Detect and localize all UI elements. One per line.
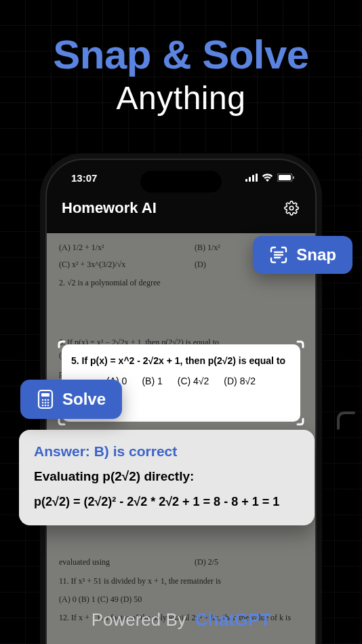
wifi-icon <box>262 172 273 184</box>
capture-option: (B) 1 <box>142 376 162 386</box>
phone-notch <box>140 171 222 193</box>
crop-corner-icon <box>58 340 73 355</box>
footer-brand: ChatGPT <box>195 609 270 630</box>
ws-text: (D) 2/5 <box>195 556 303 569</box>
crop-corner-icon <box>289 340 304 355</box>
app-header: Homework AI <box>47 195 315 226</box>
app-title: Homework AI <box>62 199 157 217</box>
svg-point-19 <box>42 405 44 407</box>
hero-subtitle: Anything <box>0 79 362 117</box>
capture-option: (D) 8√2 <box>224 376 256 386</box>
capture-question: 5. If p(x) = x^2 - 2√2x + 1, then p(2√2)… <box>71 355 291 366</box>
settings-button[interactable] <box>283 199 300 217</box>
answer-title: Answer: B) is correct <box>34 443 300 460</box>
solve-badge-label: Solve <box>62 390 106 409</box>
gear-icon <box>284 201 299 216</box>
solve-badge: Solve <box>20 380 122 419</box>
snap-badge: Snap <box>253 236 353 274</box>
crop-corner-icon <box>335 409 362 443</box>
svg-rect-6 <box>293 176 294 179</box>
ws-text: 11. If x³ + 51 is divided by x + 1, the … <box>59 575 303 588</box>
status-time: 13:07 <box>71 172 97 184</box>
svg-point-14 <box>45 399 47 401</box>
cellular-icon <box>245 172 258 184</box>
svg-rect-2 <box>252 175 254 182</box>
svg-rect-12 <box>41 393 49 397</box>
ws-text: (A) 1/2 + 1/x² <box>59 241 167 254</box>
svg-point-13 <box>42 399 44 401</box>
ws-text: 2. √2 is a polynomial of degree <box>59 277 303 289</box>
ws-text: evaluated using <box>59 556 167 569</box>
svg-point-20 <box>45 405 47 407</box>
answer-equation: p(2√2) = (2√2)² - 2√2 * 2√2 + 1 = 8 - 8 … <box>34 494 300 510</box>
svg-point-18 <box>47 402 49 404</box>
ws-text: (C) x² + 3x^(3/2)/√x <box>59 258 167 271</box>
battery-icon <box>277 172 295 184</box>
svg-point-15 <box>47 399 49 401</box>
ws-text: (A) 0 (B) 1 (C) 49 (D) 50 <box>59 593 303 606</box>
scan-icon <box>269 245 288 264</box>
svg-point-17 <box>45 402 47 404</box>
svg-rect-1 <box>249 177 251 182</box>
svg-point-7 <box>289 206 294 210</box>
crop-corner-icon <box>289 411 304 426</box>
hero: Snap & Solve Anything <box>0 0 362 117</box>
svg-rect-0 <box>245 179 247 182</box>
svg-point-21 <box>47 405 49 407</box>
snap-badge-label: Snap <box>296 245 336 264</box>
hero-title: Snap & Solve <box>0 31 362 78</box>
capture-option: (C) 4√2 <box>178 376 209 386</box>
svg-point-16 <box>42 402 44 404</box>
footer: Powered By ChatGPT <box>0 609 362 630</box>
svg-rect-3 <box>256 174 258 182</box>
answer-card: Answer: B) is correct Evaluating p(2√2) … <box>19 430 315 525</box>
footer-pre: Powered By <box>92 609 186 630</box>
svg-rect-5 <box>279 175 291 180</box>
answer-subtitle: Evaluating p(2√2) directly: <box>34 469 300 484</box>
calculator-icon <box>37 389 54 409</box>
